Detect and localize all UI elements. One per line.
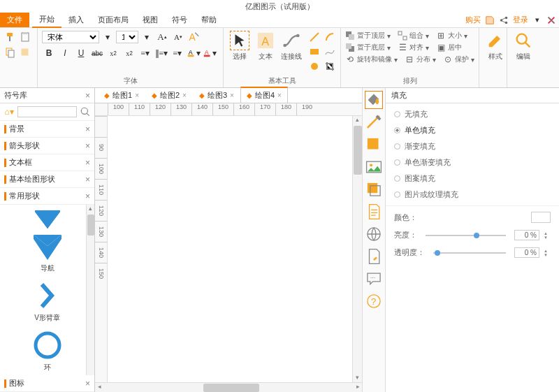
- strike-button[interactable]: abc: [90, 47, 104, 59]
- category-arrows[interactable]: 箭头形状×: [0, 138, 94, 154]
- fill-option-solid[interactable]: 单色填充: [394, 125, 551, 136]
- crop-icon[interactable]: [324, 60, 336, 73]
- menu-layout[interactable]: 页面布局: [91, 13, 136, 27]
- search-icon[interactable]: [79, 106, 92, 118]
- copy-icon[interactable]: [4, 46, 17, 59]
- style-tool[interactable]: 样式: [484, 31, 507, 61]
- fill-option-pattern[interactable]: 图案填充: [394, 173, 551, 184]
- file-menu[interactable]: 文件: [0, 13, 29, 27]
- center-button[interactable]: ▣居中: [436, 43, 462, 52]
- italic-button[interactable]: I: [58, 47, 72, 59]
- share-icon[interactable]: [499, 15, 509, 25]
- color-swatch[interactable]: [531, 212, 551, 223]
- font-color-button[interactable]: A▾: [203, 47, 217, 59]
- shape-nav-arrow[interactable]: 导航: [3, 208, 92, 273]
- brightness-slider[interactable]: [426, 235, 506, 236]
- brightness-value[interactable]: 0 %: [514, 230, 539, 240]
- distribute-button[interactable]: ⊟分布▾: [405, 55, 436, 64]
- fill-option-mono-gradient[interactable]: 单色渐变填充: [394, 157, 551, 168]
- scrollbar-thumb[interactable]: [203, 384, 259, 392]
- cut-icon[interactable]: [19, 46, 31, 59]
- line-tool-icon[interactable]: [365, 113, 383, 131]
- doc-tab-2[interactable]: ◆绘图2×: [145, 87, 193, 103]
- menu-symbol[interactable]: 符号: [165, 13, 194, 27]
- shape-chevron[interactable]: V形臂章: [3, 280, 92, 323]
- shadow-tool-icon[interactable]: [365, 136, 383, 154]
- doc-tab-1[interactable]: ◆绘图1×: [98, 87, 145, 103]
- line-shape-icon[interactable]: [308, 31, 321, 43]
- format-painter-icon[interactable]: [4, 31, 17, 43]
- image-tool-icon[interactable]: [365, 158, 383, 176]
- category-textbox[interactable]: 文本框×: [0, 154, 94, 171]
- comment-tool-icon[interactable]: ···: [365, 270, 383, 288]
- opacity-slider[interactable]: [433, 252, 506, 254]
- line-spacing-button[interactable]: ‖≡▾: [154, 47, 168, 59]
- fill-option-gradient[interactable]: 渐变填充: [394, 141, 551, 152]
- send-back-button[interactable]: 置于底层▾: [345, 43, 391, 52]
- category-basic-shapes[interactable]: 基本绘图形状×: [0, 171, 94, 188]
- close-app-icon[interactable]: [546, 15, 556, 25]
- home-icon[interactable]: ⌂▾: [3, 106, 15, 118]
- export-icon[interactable]: [485, 15, 495, 25]
- menu-insert[interactable]: 插入: [61, 13, 91, 27]
- canvas-horizontal-scrollbar[interactable]: ◂ ▸: [95, 382, 362, 392]
- doc-tab-3[interactable]: ◆绘图3×: [193, 87, 240, 103]
- size-dropdown-icon[interactable]: ▾: [140, 31, 153, 43]
- increase-font-icon[interactable]: A▴: [155, 31, 169, 43]
- edit-tool[interactable]: 编辑: [511, 31, 535, 61]
- superscript-button[interactable]: x2: [122, 47, 136, 59]
- font-size-select[interactable]: 10: [116, 31, 138, 43]
- scrollbar-thumb[interactable]: [87, 215, 94, 235]
- text-tool[interactable]: A 文本: [254, 31, 277, 61]
- select-tool[interactable]: 选择: [228, 31, 251, 61]
- subscript-button[interactable]: x2: [106, 47, 120, 59]
- menu-help[interactable]: 帮助: [194, 13, 224, 27]
- align-button[interactable]: ≡▾: [170, 47, 184, 59]
- opacity-value[interactable]: 0 %: [514, 247, 539, 258]
- bring-front-button[interactable]: 置于顶层▾: [345, 31, 391, 41]
- size-button[interactable]: ⊞大小▾: [436, 31, 467, 41]
- paste-icon[interactable]: [19, 31, 31, 43]
- bold-button[interactable]: B: [42, 47, 56, 59]
- decrease-font-icon[interactable]: A▾: [171, 31, 185, 43]
- menu-start[interactable]: 开始: [32, 12, 61, 28]
- font-family-select[interactable]: 宋体: [42, 31, 99, 43]
- layer-tool-icon[interactable]: [365, 180, 383, 198]
- fill-option-texture[interactable]: 图片或纹理填充: [394, 189, 551, 200]
- freeform-icon[interactable]: [324, 45, 336, 58]
- category-icons[interactable]: 图标×: [0, 375, 94, 392]
- arc-shape-icon[interactable]: [324, 31, 336, 43]
- symbol-search-input[interactable]: [17, 106, 77, 117]
- bullets-button[interactable]: ≡▾: [138, 47, 152, 59]
- fill-tool-icon[interactable]: [365, 91, 383, 109]
- symbol-scrollbar[interactable]: ▴: [86, 205, 94, 375]
- protect-button[interactable]: ⊙保护▾: [443, 55, 474, 64]
- clear-format-icon[interactable]: A: [187, 31, 201, 43]
- help-tool-icon[interactable]: ?: [365, 292, 383, 310]
- rect-shape-icon[interactable]: [308, 45, 321, 58]
- shape-ring[interactable]: 环: [3, 330, 92, 372]
- font-dropdown-icon[interactable]: ▾: [101, 31, 114, 43]
- page-tool-icon[interactable]: [365, 203, 383, 221]
- canvas-vertical-scrollbar[interactable]: ▴ ▾: [352, 116, 362, 382]
- align-button[interactable]: ☰对齐▾: [398, 43, 429, 52]
- globe-tool-icon[interactable]: [365, 225, 383, 243]
- scrollbar-thumb[interactable]: [354, 126, 362, 175]
- highlight-button[interactable]: A▾: [187, 47, 201, 59]
- opacity-spinner[interactable]: ▲▼: [544, 249, 551, 257]
- close-icon[interactable]: ×: [85, 91, 90, 101]
- doc-tab-4[interactable]: ◆绘图4×: [240, 87, 288, 103]
- login-link[interactable]: 登录: [513, 15, 528, 25]
- fill-option-none[interactable]: 无填充: [394, 109, 551, 119]
- group-button[interactable]: 组合▾: [398, 31, 429, 41]
- category-background[interactable]: 背景×: [0, 121, 94, 138]
- connector-tool[interactable]: 连接线: [280, 31, 303, 61]
- rotate-button[interactable]: ⟲旋转和镜像▾: [345, 55, 398, 64]
- drawing-canvas[interactable]: [108, 116, 352, 382]
- brightness-spinner[interactable]: ▲▼: [544, 231, 551, 240]
- ellipse-shape-icon[interactable]: [308, 60, 321, 73]
- menu-view[interactable]: 视图: [136, 13, 165, 27]
- link-tool-icon[interactable]: [365, 247, 383, 266]
- buy-link[interactable]: 购买: [465, 15, 481, 25]
- category-common-shapes[interactable]: 常用形状×: [0, 188, 94, 205]
